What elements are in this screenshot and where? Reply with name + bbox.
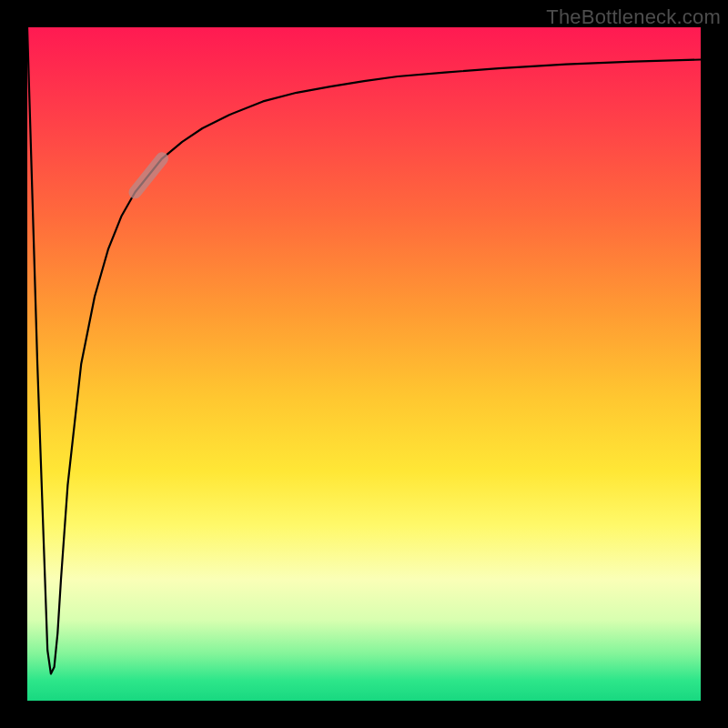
highlight-marker: [135, 158, 162, 192]
watermark-text: TheBottleneck.com: [546, 5, 721, 29]
chart-frame: TheBottleneck.com: [0, 0, 728, 728]
plot-area: [27, 27, 701, 701]
bottleneck-curve: [27, 27, 701, 701]
curve-path: [27, 27, 701, 673]
